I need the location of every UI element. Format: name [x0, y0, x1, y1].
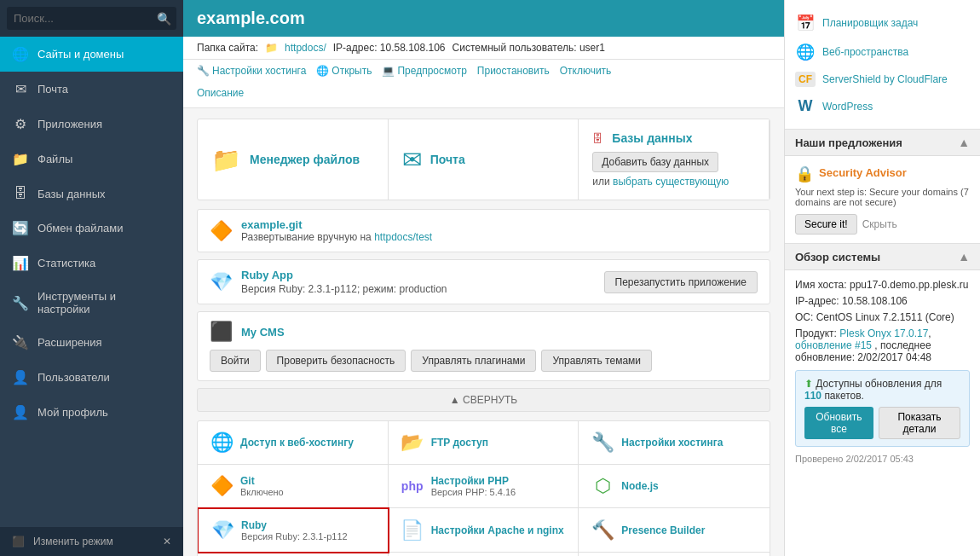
update-count-link[interactable]: 110	[804, 390, 821, 402]
web-hosting-icon: 🌐	[210, 431, 233, 454]
db-icon: 🗄	[592, 132, 603, 145]
scheduler-item[interactable]: 📅 Планировщик задач	[795, 9, 970, 38]
sidebar-item-label: Статистика	[37, 257, 95, 269]
ip-label: IP-адрес:	[795, 295, 839, 307]
overview-title: Обзор системы	[795, 251, 880, 264]
sidebar-item-files[interactable]: 📁 Файлы	[0, 142, 183, 177]
server-shield-item[interactable]: CF ServerShield by CloudFlare	[795, 67, 970, 92]
ruby-feature-icon: 💎	[210, 519, 234, 542]
add-db-button[interactable]: Добавить базу данных	[592, 152, 718, 172]
select-db-link[interactable]: выбрать существующую	[613, 176, 729, 188]
feature-label: Настройки хостинга	[621, 437, 723, 449]
sidebar-item-db[interactable]: 🗄 Базы данных	[0, 177, 183, 211]
nodejs-icon: ⬡	[591, 475, 614, 497]
folder-label: Папка сайта:	[197, 42, 258, 54]
product-label: Продукт:	[795, 327, 837, 339]
file-manager-card[interactable]: 📁 Менеджер файлов	[198, 119, 389, 200]
sidebar-item-profile[interactable]: 👤 Мой профиль	[0, 395, 183, 430]
cms-security-button[interactable]: Проверить безопасность	[266, 350, 406, 372]
description-link[interactable]: Описание	[197, 87, 770, 99]
feature-php-settings[interactable]: php Настройки PHP Версия PHP: 5.4.16	[389, 465, 579, 508]
feature-web-hosting[interactable]: 🌐 Доступ к веб-хостингу	[198, 421, 389, 465]
ruby-icon: 💎	[210, 271, 233, 293]
update-link[interactable]: обновление #15	[795, 339, 872, 351]
sidebar-item-stats[interactable]: 📊 Статистика	[0, 246, 183, 281]
update-box: ⬆ Доступны обновления для 110 пакетов. О…	[795, 370, 970, 447]
git-path-link[interactable]: httpdocs/test	[374, 231, 432, 243]
feature-label: Настройки Apache и nginx	[431, 524, 564, 536]
product-link[interactable]: Plesk Onyx 17.0.17	[839, 327, 928, 339]
security-advisor-title: Security Advisor	[819, 166, 907, 179]
feature-sub: Версия PHP: 5.4.16	[431, 487, 516, 497]
feature-ftp[interactable]: 📂 FTP доступ	[389, 421, 579, 465]
search-input[interactable]	[7, 7, 176, 30]
cms-plugins-button[interactable]: Управлять плагинами	[411, 350, 536, 372]
folder-link[interactable]: httpdocs/	[285, 42, 326, 54]
cloudflare-icon: CF	[795, 72, 816, 87]
secure-it-button[interactable]: Secure it!	[795, 214, 857, 235]
preview-link[interactable]: 💻 Предпросмотр	[382, 65, 466, 77]
system-overview: Имя хоста: ppu17-0.demo.pp.plesk.ru IP-а…	[785, 270, 980, 472]
git-info: example.git Развертывание вручную на htt…	[241, 218, 432, 243]
hide-button[interactable]: Скрыть	[862, 214, 897, 235]
git-item: 🔶 example.git Развертывание вручную на h…	[197, 209, 770, 252]
feature-git[interactable]: 🔶 Git Включено	[198, 465, 389, 508]
feature-ruby[interactable]: 💎 Ruby Версия Ruby: 2.3.1-p112	[197, 507, 389, 553]
file-manager-label: Менеджер файлов	[250, 153, 360, 166]
change-mode-button[interactable]: ⬛ Изменить режим ✕	[0, 527, 183, 556]
checked-label: Проверено 2/02/2017 05:43	[795, 454, 970, 464]
sidebar-item-exchange[interactable]: 🔄 Обмен файлами	[0, 211, 183, 246]
feature-sub: Включено	[240, 487, 284, 497]
presence-builder-icon: 🔨	[591, 519, 614, 542]
feature-presence-builder[interactable]: 🔨 Presence Builder	[579, 508, 770, 553]
wordpress-item[interactable]: W WordPress	[795, 92, 970, 120]
sidebar-item-label: Обмен файлами	[37, 222, 123, 235]
overview-collapse-button[interactable]: ▲	[958, 250, 970, 264]
feature-sub: Версия Ruby: 2.3.1-p112	[241, 531, 348, 542]
os-label: ОС:	[795, 311, 813, 323]
web-spaces-item[interactable]: 🌐 Веб-пространства	[795, 38, 970, 67]
sidebar-item-label: Почта	[37, 83, 68, 96]
sidebar-item-extensions[interactable]: 🔌 Расширения	[0, 325, 183, 360]
sidebar-item-users[interactable]: 👤 Пользователи	[0, 360, 183, 395]
mode-icon: ⬛	[12, 536, 25, 547]
show-details-button[interactable]: Показать детали	[879, 407, 960, 439]
cms-buttons: Войти Проверить безопасность Управлять п…	[210, 350, 758, 372]
git-feature-icon: 🔶	[210, 475, 233, 497]
sidebar-item-label: Сайты и домены	[37, 48, 124, 61]
feature-visit-stats[interactable]: 📊 Статистика посещений	[579, 553, 770, 556]
cms-themes-button[interactable]: Управлять темами	[541, 350, 652, 372]
feature-grid: 🌐 Доступ к веб-хостингу 📂 FTP доступ 🔧 Н…	[197, 420, 770, 556]
sidebar-item-sites[interactable]: 🌐 Сайты и домены	[0, 37, 183, 72]
sidebar-item-label: Базы данных	[37, 188, 106, 200]
os-value: CentOS Linux 7.2.1511 (Core)	[816, 311, 954, 323]
collapse-bar[interactable]: ▲ СВЕРНУТЬ	[197, 388, 770, 412]
update-all-button[interactable]: Обновить все	[804, 407, 873, 439]
db-label: Базы данных	[612, 131, 692, 145]
git-title-link[interactable]: example.git	[241, 218, 303, 231]
feature-apache-nginx[interactable]: 📄 Настройки Apache и nginx	[389, 508, 579, 553]
sidebar-item-mail[interactable]: ✉ Почта	[0, 72, 183, 107]
right-panel: 📅 Планировщик задач 🌐 Веб-пространства C…	[784, 0, 980, 556]
users-icon: 👤	[12, 369, 29, 385]
feature-hosting-settings[interactable]: 🔧 Настройки хостинга	[579, 421, 770, 465]
open-link[interactable]: 🌐 Открыть	[316, 65, 372, 77]
feature-nodejs[interactable]: ⬡ Node.js	[579, 465, 770, 508]
disable-link[interactable]: Отключить	[560, 65, 612, 77]
restart-button[interactable]: Перезапустить приложение	[604, 271, 758, 293]
sidebar-item-tools[interactable]: 🔧 Инструменты и настройки	[0, 281, 183, 325]
sidebar-item-apps[interactable]: ⚙ Приложения	[0, 107, 183, 142]
search-icon: 🔍	[157, 12, 171, 26]
tools-icon: 🔧	[12, 295, 29, 311]
pause-link[interactable]: Приостановить	[477, 65, 550, 77]
mail-card[interactable]: ✉ Почта	[389, 119, 579, 200]
sidebar-item-label: Инструменты и настройки	[37, 290, 171, 316]
feature-file-manager[interactable]: 📁 Менеджер файлов	[389, 553, 579, 556]
cms-title: My CMS	[241, 326, 285, 339]
offers-collapse-button[interactable]: ▲	[958, 136, 970, 149]
hosting-settings-link[interactable]: 🔧 Настройки хостинга	[197, 65, 306, 77]
sidebar-search-area: 🔍	[0, 0, 183, 37]
cms-login-button[interactable]: Войти	[210, 350, 261, 372]
overview-section-title: Обзор системы ▲	[785, 244, 980, 270]
sidebar: 🔍 🌐 Сайты и домены ✉ Почта ⚙ Приложения …	[0, 0, 183, 556]
